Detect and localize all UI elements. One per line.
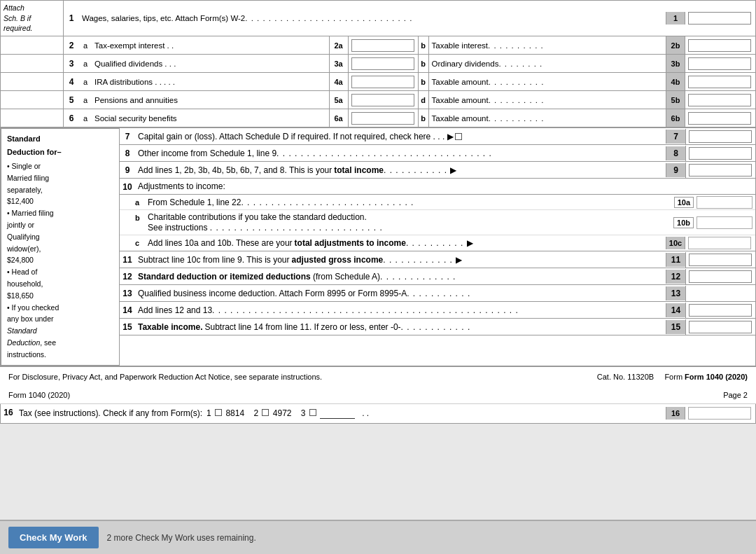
line11-label: Subtract line 10c from line 9. This is y… bbox=[138, 255, 290, 265]
line11-content: Subtract line 10c from line 9. This is y… bbox=[135, 251, 666, 268]
line10a-content: From Schedule 1, line 22 . . . . . . . .… bbox=[145, 195, 674, 209]
line5a-input[interactable] bbox=[349, 91, 419, 109]
line4b-field[interactable] bbox=[688, 76, 751, 88]
line2b-field[interactable] bbox=[688, 39, 751, 52]
line4-attach-spacer bbox=[1, 73, 64, 90]
line14-dots: . . . . . . . . . . . . . . . . . . . . … bbox=[212, 305, 519, 315]
line7-number: 7 bbox=[120, 128, 135, 144]
std-deduction-items: • Single or Married filing separately, $… bbox=[7, 160, 113, 361]
line8-label: Other income from Schedule 1, line 9 bbox=[138, 148, 276, 158]
line2-row: 2 a Tax-exempt interest . . 2a b Taxable… bbox=[1, 36, 755, 55]
line2a-field[interactable] bbox=[351, 39, 414, 52]
line14-input[interactable] bbox=[685, 303, 755, 318]
line16-checkbox2[interactable] bbox=[262, 409, 269, 416]
line12-field[interactable] bbox=[689, 270, 752, 283]
line10c-dots: . . . . . . . . . . ▶ bbox=[406, 238, 474, 248]
line4b-label: Taxable amount . . . . . . . . . . bbox=[428, 73, 666, 90]
line6a-field[interactable] bbox=[351, 112, 414, 125]
line6a-input[interactable] bbox=[349, 109, 419, 127]
lines-area: 7 Capital gain or (loss). Attach Schedul… bbox=[120, 128, 755, 366]
line11-bold-label: adjusted gross income bbox=[292, 255, 384, 265]
line5d-field[interactable] bbox=[688, 94, 751, 106]
line1-input[interactable] bbox=[685, 11, 755, 26]
line4a-field[interactable] bbox=[351, 76, 414, 88]
line6b-input[interactable] bbox=[685, 109, 755, 127]
line11-input[interactable] bbox=[685, 252, 755, 268]
line2a-input[interactable] bbox=[349, 36, 419, 54]
line8-field[interactable] bbox=[689, 147, 752, 160]
line5d-letter: d bbox=[419, 91, 428, 109]
line11-right: 11 bbox=[666, 251, 755, 268]
line9-dots: . . . . . . . . . . . ▶ bbox=[384, 165, 457, 175]
line16-checkbox1[interactable] bbox=[215, 409, 222, 416]
line15-dots: . . . . . . . . . . . . bbox=[401, 322, 471, 332]
line1-content: 1 Wages, salaries, tips, etc. Attach For… bbox=[64, 1, 755, 36]
line11-row: 11 Subtract line 10c from line 9. This i… bbox=[120, 251, 755, 268]
bottom-bar: Check My Work 2 more Check My Work uses … bbox=[0, 520, 756, 554]
line7-checkbox[interactable] bbox=[455, 133, 462, 140]
line16-other-field[interactable] bbox=[320, 408, 355, 419]
line10c-sublabel: c bbox=[135, 235, 145, 251]
line15-field[interactable] bbox=[689, 321, 752, 333]
line10b-right: 10b bbox=[673, 210, 755, 235]
line7-field[interactable] bbox=[689, 130, 752, 143]
line4b-input[interactable] bbox=[685, 73, 755, 90]
line10c-field[interactable] bbox=[688, 237, 751, 249]
line16-input[interactable] bbox=[685, 406, 755, 421]
line16-field[interactable] bbox=[688, 407, 751, 420]
line16-checkbox3[interactable] bbox=[309, 409, 316, 416]
line3a-field[interactable] bbox=[351, 57, 414, 70]
line9-input[interactable] bbox=[685, 162, 755, 178]
line12-input[interactable] bbox=[685, 269, 755, 284]
line2-attach-spacer bbox=[1, 36, 64, 54]
footer-disclosure-text: For Disclosure, Privacy Act, and Paperwo… bbox=[8, 373, 322, 381]
line15-input[interactable] bbox=[685, 319, 755, 335]
line3b-field[interactable] bbox=[688, 57, 751, 70]
line8-dots: . . . . . . . . . . . . . . . . . . . . … bbox=[276, 148, 492, 158]
line5d-label: Taxable amount . . . . . . . . . . bbox=[428, 91, 666, 109]
line12-dots: . . . . . . . . . . . . . bbox=[380, 272, 456, 282]
line10b-field[interactable] bbox=[696, 216, 752, 229]
line3b-input[interactable] bbox=[685, 55, 755, 72]
line15-field-num: 15 bbox=[666, 320, 685, 334]
line5d-input[interactable] bbox=[685, 91, 755, 109]
footer-disclosure: For Disclosure, Privacy Act, and Paperwo… bbox=[0, 366, 756, 387]
line13-content: Qualified business income deduction. Att… bbox=[135, 285, 666, 301]
line3b-dots: . . . . . . . . bbox=[498, 60, 542, 68]
line8-input[interactable] bbox=[685, 146, 755, 161]
line16-label: Tax (see instructions). Check if any fro… bbox=[19, 408, 202, 418]
line16-row: 16 Tax (see instructions). Check if any … bbox=[0, 404, 756, 424]
line7-input[interactable] bbox=[685, 129, 755, 144]
line4b-dots: . . . . . . . . . . bbox=[489, 78, 545, 86]
top-section: AttachSch. B ifrequired. 1 Wages, salari… bbox=[0, 0, 756, 128]
line3a-input[interactable] bbox=[349, 55, 419, 72]
line13-input[interactable] bbox=[685, 286, 755, 301]
footer-right: Cat. No. 11320B Form Form 1040 (2020) bbox=[597, 373, 748, 381]
line7-label: Capital gain or (loss). Attach Schedule … bbox=[138, 132, 454, 141]
line2b-letter: b bbox=[419, 36, 428, 54]
line12-field-num: 12 bbox=[666, 270, 685, 284]
line8-content: Other income from Schedule 1, line 9 . .… bbox=[135, 145, 666, 161]
line12-row: 12 Standard deduction or itemized deduct… bbox=[120, 268, 755, 285]
line5a-field[interactable] bbox=[351, 94, 414, 106]
attach-label: AttachSch. B ifrequired. bbox=[1, 1, 63, 36]
line14-field[interactable] bbox=[689, 304, 752, 317]
line14-number: 14 bbox=[120, 302, 135, 318]
line11-field[interactable] bbox=[689, 254, 752, 266]
check-my-work-button[interactable]: Check My Work bbox=[8, 527, 99, 548]
line2b-input[interactable] bbox=[685, 36, 755, 54]
line4b-field-num: 4b bbox=[666, 73, 685, 90]
line10b-row: b Charitable contributions if you take t… bbox=[120, 210, 755, 235]
line6b-field[interactable] bbox=[688, 112, 751, 125]
footer-form-label: Form 1040 (2020) bbox=[685, 373, 748, 381]
line9-field[interactable] bbox=[689, 164, 752, 176]
line3-num: 3 bbox=[64, 55, 79, 72]
line4a-input[interactable] bbox=[349, 73, 419, 90]
line10a-field[interactable] bbox=[696, 196, 752, 209]
standard-deduction-sidebar: Standard Deduction for– • Single or Marr… bbox=[1, 128, 120, 366]
line4a-label: IRA distributions . . . . . bbox=[92, 73, 329, 90]
line1-field[interactable] bbox=[688, 12, 751, 25]
line10b-sublabel: b bbox=[135, 210, 145, 235]
line6-num: 6 bbox=[64, 109, 79, 127]
line10c-input[interactable] bbox=[685, 235, 755, 251]
